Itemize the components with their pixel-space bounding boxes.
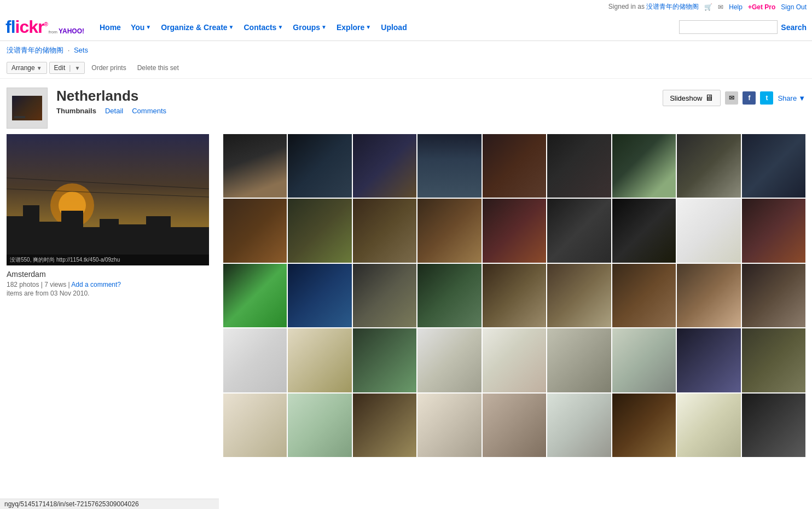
tab-thumbnails[interactable]: Thumbnails <box>56 107 96 115</box>
help-link[interactable]: Help <box>729 3 743 11</box>
arrange-arrow: ▼ <box>37 65 42 71</box>
explore-arrow: ▼ <box>366 24 371 30</box>
nav-upload[interactable]: Upload <box>376 21 411 34</box>
share-arrow: ▼ <box>798 94 805 102</box>
grid-photo-3[interactable] <box>353 134 416 198</box>
contacts-arrow: ▼ <box>277 24 283 30</box>
set-thumbnail <box>7 88 48 129</box>
grid-photo-45[interactable] <box>742 394 805 457</box>
grid-photo-22[interactable] <box>417 264 481 327</box>
grid-photo-36[interactable] <box>742 328 805 392</box>
grid-photo-4[interactable] <box>417 134 481 198</box>
grid-photo-19[interactable] <box>223 264 287 327</box>
grid-photo-35[interactable] <box>677 328 740 392</box>
photo-caption: 没谱550, 爽的时尚 http://1154.tk/450-a/09zhu <box>7 255 209 265</box>
logo-area: flickr® from YAHOO! <box>5 17 84 37</box>
grid-photo-8[interactable] <box>677 134 740 198</box>
nav-explore[interactable]: Explore ▼ <box>332 21 375 34</box>
slideshow-icon: 🖥 <box>705 93 714 103</box>
grid-photo-42[interactable] <box>547 394 611 457</box>
nav-organize-create[interactable]: Organize & Create ▼ <box>156 21 238 34</box>
grid-photo-25[interactable] <box>612 264 676 327</box>
flickr-logo: flickr® <box>5 17 48 37</box>
grid-photo-23[interactable] <box>483 264 546 327</box>
content: 没谱550, 爽的时尚 http://1154.tk/450-a/09zhu A… <box>0 134 812 457</box>
breadcrumb-username[interactable]: 没谱青年的储物阁 <box>7 46 63 54</box>
share-button[interactable]: Share ▼ <box>778 94 805 102</box>
tab-detail[interactable]: Detail <box>105 107 123 115</box>
grid-photo-39[interactable] <box>353 394 416 457</box>
grid-photo-31[interactable] <box>417 328 481 392</box>
twitter-share-icon[interactable]: t <box>760 91 773 105</box>
set-header: Netherlands Thumbnails Detail Comments S… <box>0 79 812 134</box>
grid-photo-17[interactable] <box>677 199 740 262</box>
grid-photo-43[interactable] <box>612 394 676 457</box>
photo-title: Amsterdam <box>7 270 214 279</box>
grid-photo-18[interactable] <box>742 199 805 262</box>
nav-items: Home You ▼ Organize & Create ▼ Contacts … <box>95 21 679 34</box>
featured-photo[interactable]: 没谱550, 爽的时尚 http://1154.tk/450-a/09zhu <box>7 134 209 265</box>
grid-photo-9[interactable] <box>742 134 805 198</box>
grid-photo-10[interactable] <box>223 199 287 262</box>
grid-photo-11[interactable] <box>288 199 351 262</box>
breadcrumb: 没谱青年的储物阁 · Sets <box>0 41 812 60</box>
grid-photo-37[interactable] <box>223 394 287 457</box>
grid-photo-28[interactable] <box>223 328 287 392</box>
photo-caption-text: 没谱550, 爽的时尚 http://1154.tk/450-a/09zhu <box>10 256 206 264</box>
cart-icon[interactable]: 🛒 <box>704 3 712 11</box>
grid-photo-33[interactable] <box>547 328 611 392</box>
grid-photo-44[interactable] <box>677 394 740 457</box>
delete-set-link[interactable]: Delete this set <box>133 62 183 73</box>
grid-photo-15[interactable] <box>547 199 611 262</box>
sign-out-link[interactable]: Sign Out <box>781 3 807 11</box>
slideshow-button[interactable]: Slideshow 🖥 <box>663 90 721 106</box>
photo-grid <box>223 134 805 457</box>
tab-comments[interactable]: Comments <box>132 107 166 115</box>
grid-photo-7[interactable] <box>612 134 676 198</box>
grid-photo-38[interactable] <box>288 394 351 457</box>
arrange-button[interactable]: Arrange ▼ <box>7 62 47 74</box>
search-input[interactable] <box>679 20 778 34</box>
slideshow-label: Slideshow <box>670 94 702 102</box>
grid-photo-12[interactable] <box>353 199 416 262</box>
get-pro-link[interactable]: Get Pro <box>748 3 775 11</box>
grid-photo-14[interactable] <box>483 199 546 262</box>
grid-photo-6[interactable] <box>547 134 611 198</box>
grid-photo-5[interactable] <box>483 134 546 198</box>
grid-photo-32[interactable] <box>483 328 546 392</box>
order-prints-link[interactable]: Order prints <box>87 62 130 73</box>
nav-groups[interactable]: Groups ▼ <box>288 21 331 34</box>
header-actions: Signed in as 没谱青年的储物阁 🛒 ✉ Help Get Pro S… <box>608 2 807 11</box>
groups-arrow: ▼ <box>321 24 327 30</box>
grid-photo-21[interactable] <box>353 264 416 327</box>
add-comment-link[interactable]: Add a comment? <box>71 281 121 288</box>
email-share-icon[interactable]: ✉ <box>725 91 738 105</box>
search-button[interactable]: Search <box>781 23 807 32</box>
grid-photo-1[interactable] <box>223 134 287 198</box>
grid-photo-2[interactable] <box>288 134 351 198</box>
nav-contacts[interactable]: Contacts ▼ <box>240 21 288 34</box>
nav-home[interactable]: Home <box>95 21 125 34</box>
grid-photo-16[interactable] <box>612 199 676 262</box>
breadcrumb-sets[interactable]: Sets <box>74 46 88 54</box>
grid-photo-27[interactable] <box>742 264 805 327</box>
mail-icon[interactable]: ✉ <box>718 3 723 11</box>
username-link[interactable]: 没谱青年的储物阁 <box>646 3 699 10</box>
grid-photo-40[interactable] <box>417 394 481 457</box>
grid-photo-26[interactable] <box>677 264 740 327</box>
edit-button[interactable]: Edit | ▼ <box>49 62 85 74</box>
grid-photo-24[interactable] <box>547 264 611 327</box>
nav-you[interactable]: You ▼ <box>126 21 155 34</box>
toolbar: Arrange ▼ Edit | ▼ Order prints Delete t… <box>0 60 812 79</box>
grid-photo-29[interactable] <box>288 328 351 392</box>
signed-in-label: Signed in as <box>608 3 645 10</box>
grid-photo-20[interactable] <box>288 264 351 327</box>
facebook-share-icon[interactable]: f <box>743 91 756 105</box>
photo-date: items are from 03 Nov 2010. <box>7 290 214 297</box>
grid-photo-30[interactable] <box>353 328 416 392</box>
grid-photo-34[interactable] <box>612 328 676 392</box>
set-tabs: Thumbnails Detail Comments <box>56 107 663 115</box>
edit-arrow: ▼ <box>74 65 80 71</box>
grid-photo-13[interactable] <box>417 199 481 262</box>
grid-photo-41[interactable] <box>483 394 546 457</box>
